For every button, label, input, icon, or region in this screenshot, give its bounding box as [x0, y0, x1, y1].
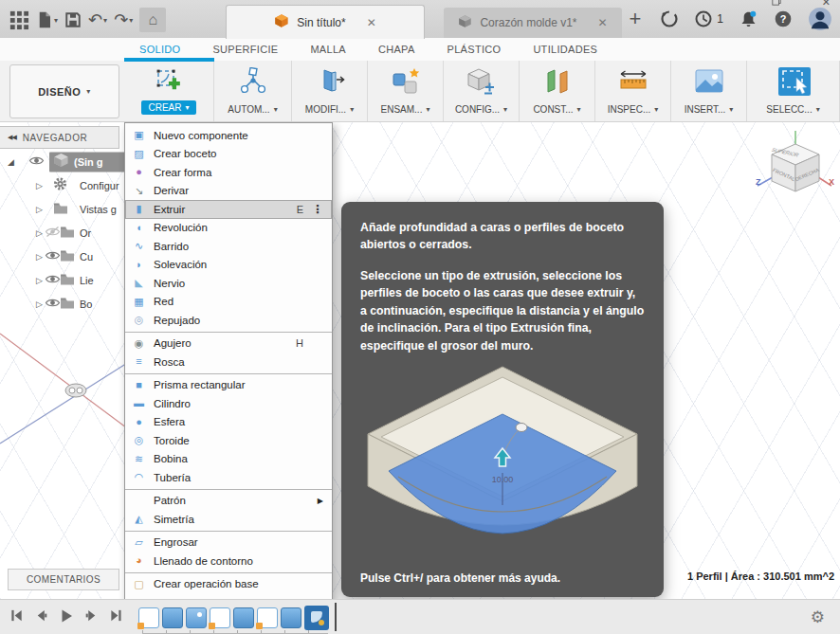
ribbon-tab-plástico[interactable]: PLÁSTICO [431, 38, 518, 61]
menu-item-rosca[interactable]: ≡Rosca [125, 353, 332, 371]
toolbar-group-config[interactable]: CONFIG...▾ [444, 61, 520, 121]
visibility-eye-icon[interactable] [45, 248, 61, 265]
expand-closed-icon[interactable]: ▷ [36, 252, 43, 262]
axis-z-label: Z [756, 177, 761, 187]
skip-start-button[interactable] [9, 608, 24, 627]
ribbon-tab-chapa[interactable]: CHAPA [362, 38, 431, 61]
expand-closed-icon[interactable]: ▷ [36, 276, 43, 285]
menu-item-esfera[interactable]: ●Esfera [125, 413, 332, 432]
toolbar-group-insert[interactable]: INSERT...▾ [671, 61, 747, 121]
job-status-icon[interactable] [694, 9, 713, 28]
skip-end-button[interactable] [109, 608, 123, 627]
toolbar-group-modifi[interactable]: MODIFI...▾ [292, 61, 368, 121]
titlebar-right-icons: + 1? [629, 6, 832, 32]
toolbar-group-selecc[interactable]: SELECC...▾ [747, 61, 840, 121]
menu-item-crear-boceto[interactable]: ▨Crear boceto [125, 145, 332, 164]
sketch-feature-icon[interactable] [210, 607, 230, 628]
step-forward-button[interactable] [84, 608, 99, 627]
extrude-feature-icon[interactable] [233, 607, 254, 628]
save-icon[interactable] [64, 11, 82, 28]
collapse-panel-icon[interactable]: ◀◀ [8, 134, 16, 141]
toolbar-group-inspec[interactable]: INSPEC...▾ [595, 61, 671, 121]
revolve-icon: ◖ [132, 223, 146, 233]
extrude-feature-icon[interactable] [162, 607, 183, 628]
user-avatar[interactable] [808, 7, 832, 31]
menu-item-cilindro[interactable]: ▬Cilindro [125, 394, 332, 413]
modify-icon [314, 66, 346, 97]
home-icon[interactable]: ⌂ [139, 8, 166, 32]
component-icon [53, 152, 69, 172]
document-tab-active[interactable]: Sin título* ✕ [226, 5, 425, 39]
play-button[interactable] [59, 608, 74, 627]
create-form-icon: ● [132, 167, 146, 177]
expand-closed-icon[interactable]: ▷ [36, 205, 43, 214]
menu-item-barrido[interactable]: ∿Barrido [125, 237, 332, 256]
toolbar-group-crear[interactable]: CREAR▾ [124, 61, 214, 121]
menu-item-crear-operaci-n-base[interactable]: ▢Crear operación base [125, 575, 332, 594]
navigator-panel-header[interactable]: ◀◀ NAVEGADOR [0, 126, 119, 149]
menu-item-solevaci-n[interactable]: ◗Solevación [125, 256, 332, 275]
ribbon-tab-malla[interactable]: MALLA [294, 38, 362, 61]
menu-item-engrosar[interactable]: ▱Engrosar [125, 534, 332, 552]
toolbar-group-const[interactable]: CONST...▾ [520, 61, 595, 121]
window-close-icon[interactable]: ✕ [822, 0, 831, 9]
menu-item-tuber-a[interactable]: ◠Tubería [125, 468, 332, 487]
kebab-menu-icon[interactable]: ⋮ [312, 203, 323, 216]
expand-closed-icon[interactable]: ▷ [36, 228, 43, 238]
menu-item-bobina[interactable]: ≋Bobina [125, 450, 332, 469]
ribbon-tab-utilidades[interactable]: UTILIDADES [517, 38, 613, 61]
visibility-eye-icon[interactable] [28, 154, 45, 171]
menu-item-derivar[interactable]: ↘Derivar [125, 182, 332, 201]
redo-icon[interactable]: ↷▾ [114, 11, 133, 28]
folder-icon [53, 201, 68, 218]
undo-icon[interactable]: ↶▾ [88, 11, 107, 28]
menu-item-simetr-a[interactable]: ◭Simetría [125, 510, 332, 529]
insert-icon [693, 66, 725, 97]
visibility-eye-off-icon[interactable] [45, 225, 61, 242]
expand-open-icon[interactable]: ◢ [8, 157, 14, 167]
new-tab-button[interactable]: + [629, 9, 641, 29]
step-back-button[interactable] [34, 608, 48, 627]
extrude-feature-icon[interactable] [281, 607, 301, 628]
apps-grid-icon[interactable] [9, 10, 29, 30]
comments-panel-header[interactable]: COMENTARIOS [8, 569, 119, 590]
view-cube[interactable]: Z X SUPERIOR FRONTAL DERECHA [750, 125, 837, 207]
menu-item-prisma-rectangular[interactable]: ■Prisma rectangular [125, 376, 332, 395]
visibility-eye-icon[interactable] [45, 296, 61, 313]
toolbar-group-autom[interactable]: AUTOM...▾ [214, 61, 292, 121]
timeline-settings-gear-icon[interactable]: ⚙ [811, 607, 825, 627]
expand-closed-icon[interactable]: ▷ [36, 299, 43, 309]
fillet-feature-icon[interactable] [304, 606, 329, 630]
file-icon[interactable]: ▾ [36, 11, 58, 28]
notifications-icon[interactable] [739, 9, 758, 29]
menu-item-repujado[interactable]: ◎Repujado [125, 311, 332, 330]
canvas-feature-icon[interactable] [186, 607, 207, 628]
window-restore-icon[interactable] [772, 0, 781, 8]
document-tab-inactive[interactable]: Corazón molde v1* ✕ [444, 8, 622, 38]
menu-item-nuevo-componente[interactable]: ▣Nuevo componente [125, 126, 332, 145]
menu-item-toroide[interactable]: ◎Toroide [125, 431, 332, 450]
extensions-icon[interactable] [660, 9, 679, 28]
timeline-playhead[interactable] [335, 603, 337, 631]
close-tab-icon[interactable]: ✕ [367, 16, 376, 29]
menu-item-patr-n[interactable]: Patrón▶ [125, 492, 332, 511]
menu-item-crear-forma[interactable]: ●Crear forma [125, 163, 332, 182]
toolbar-group-ensam[interactable]: ENSAM...▾ [368, 61, 444, 121]
sketch-feature-icon[interactable] [138, 607, 159, 628]
menu-item-red[interactable]: ▦Red [125, 293, 332, 312]
visibility-eye-icon[interactable] [45, 272, 61, 289]
pipe-icon: ◠ [132, 472, 146, 482]
help-icon[interactable]: ? [774, 9, 793, 28]
close-tab-icon[interactable]: ✕ [598, 16, 608, 29]
design-mode-dropdown[interactable]: DISEÑO ▾ [9, 64, 119, 118]
shortcut-key: H [296, 337, 303, 349]
menu-item-llenado-de-contorno[interactable]: ◕Llenado de contorno [125, 552, 332, 571]
menu-item-agujero[interactable]: ◉AgujeroH [125, 335, 332, 353]
menu-item-revoluci-n[interactable]: ◖Revolución [125, 219, 332, 238]
sketch-feature-icon[interactable] [257, 607, 278, 628]
timeline-scrubber[interactable] [142, 630, 328, 634]
menu-item-extruir[interactable]: ▮ExtruirE⋮ [125, 200, 332, 219]
menu-item-nervio[interactable]: ◣Nervio [125, 274, 332, 293]
expand-closed-icon[interactable]: ▷ [36, 181, 43, 190]
menu-separator [125, 373, 332, 374]
